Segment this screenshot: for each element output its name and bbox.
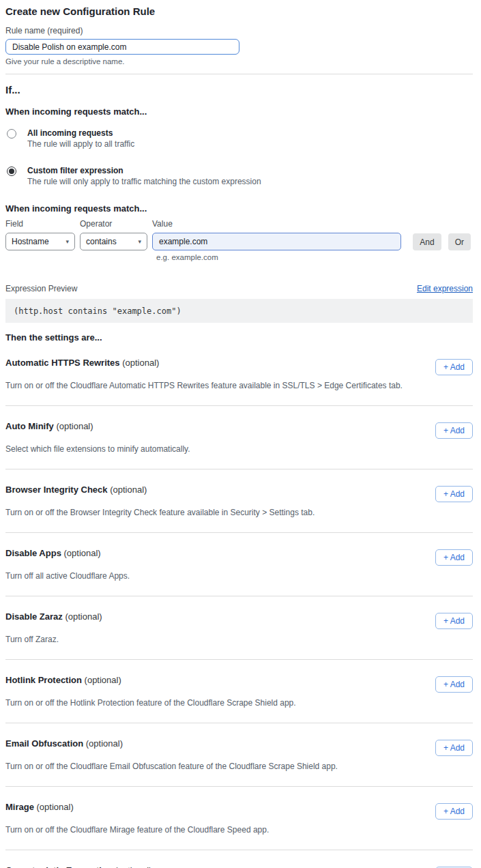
radio-option-description: The rule will apply to all traffic [27, 139, 134, 149]
optional-label: (optional) [85, 675, 121, 685]
setting-title: Auto Minify [5, 421, 54, 431]
setting-description: Turn on or off the Cloudflare Mirage fea… [5, 825, 473, 835]
operator-select-value: contains [86, 237, 117, 246]
setting-title: Automatic HTTPS Rewrites [5, 358, 120, 368]
radio-option-label: Custom filter expression [27, 166, 261, 175]
setting-disable-apps: Disable Apps (optional) + Add Turn off a… [5, 533, 473, 596]
rule-name-helper: Give your rule a descriptive name. [5, 57, 473, 66]
optional-label: (optional) [115, 865, 151, 868]
setting-disable-zaraz: Disable Zaraz (optional) + Add Turn off … [5, 596, 473, 660]
setting-title: Disable Zaraz [5, 611, 63, 622]
optional-label: (optional) [110, 484, 147, 495]
setting-title: Hotlink Protection [5, 675, 82, 685]
add-button[interactable]: + Add [435, 676, 473, 693]
expression-builder: When incoming requests match... Field Ho… [5, 203, 473, 261]
setting-auto-minify: Auto Minify (optional) + Add Select whic… [5, 406, 473, 469]
if-heading: If... [5, 84, 473, 96]
setting-description: Turn off Zaraz. [5, 635, 473, 644]
and-button[interactable]: And [413, 233, 441, 250]
radio-option-description: The rule will only apply to traffic matc… [27, 177, 261, 186]
setting-description: Turn on or off the Cloudflare Automatic … [5, 381, 473, 390]
operator-label: Operator [80, 219, 147, 229]
radio-option-label: All incoming requests [27, 128, 134, 138]
expression-preview-code: (http.host contains "example.com") [5, 299, 473, 323]
add-button[interactable]: + Add [435, 740, 473, 756]
create-configuration-rule-page: Create new Configuration Rule Rule name … [0, 0, 481, 868]
setting-opportunistic-encryption: Opportunistic Encryption (optional) + Ad… [5, 850, 473, 868]
divider [5, 74, 473, 74]
value-label: Value [152, 219, 401, 229]
optional-label: (optional) [56, 421, 93, 431]
setting-description: Select which file extensions to minify a… [5, 444, 473, 454]
radio-option-custom-filter[interactable]: Custom filter expression The rule will o… [5, 166, 473, 186]
setting-description: Turn on or off the Browser Integrity Che… [5, 508, 473, 517]
builder-heading: When incoming requests match... [5, 203, 473, 214]
radio-option-all-incoming[interactable]: All incoming requests The rule will appl… [5, 128, 473, 149]
setting-title: Mirage [5, 802, 34, 812]
optional-label: (optional) [37, 802, 74, 812]
setting-title: Disable Apps [5, 548, 61, 558]
field-select-value: Hostname [12, 237, 49, 246]
chevron-down-icon: ▾ [138, 238, 141, 245]
rule-name-input[interactable] [5, 39, 239, 55]
rule-name-label: Rule name (required) [5, 26, 473, 35]
then-settings-heading: Then the settings are... [5, 332, 473, 343]
setting-browser-integrity-check: Browser Integrity Check (optional) + Add… [5, 469, 473, 533]
field-label: Field [5, 219, 75, 229]
setting-description: Turn on or off the Cloudflare Email Obfu… [5, 762, 473, 771]
setting-mirage: Mirage (optional) + Add Turn on or off t… [5, 787, 473, 850]
optional-label: (optional) [65, 611, 102, 622]
setting-description: Turn off all active Cloudflare Apps. [5, 571, 473, 581]
expression-preview-label: Expression Preview [5, 284, 77, 293]
setting-automatic-https-rewrites: Automatic HTTPS Rewrites (optional) + Ad… [5, 343, 473, 406]
chevron-down-icon: ▾ [65, 238, 69, 245]
setting-title: Email Obfuscation [5, 738, 83, 749]
optional-label: (optional) [64, 548, 101, 558]
operator-select[interactable]: contains ▾ [80, 233, 147, 250]
edit-expression-link[interactable]: Edit expression [417, 284, 473, 293]
add-button[interactable]: + Add [435, 549, 473, 566]
setting-hotlink-protection: Hotlink Protection (optional) + Add Turn… [5, 660, 473, 723]
value-helper: e.g. example.com [156, 253, 473, 261]
setting-title: Browser Integrity Check [5, 484, 108, 495]
page-title: Create new Configuration Rule [5, 5, 473, 17]
optional-label: (optional) [86, 738, 123, 749]
radio-button-selected[interactable] [7, 167, 16, 176]
match-type-radio-group: All incoming requests The rule will appl… [5, 128, 473, 186]
or-button[interactable]: Or [448, 233, 471, 250]
incoming-match-heading: When incoming requests match... [5, 106, 473, 117]
add-button[interactable]: + Add [435, 613, 473, 629]
add-button[interactable]: + Add [435, 422, 473, 439]
add-button[interactable]: + Add [435, 486, 473, 502]
field-select[interactable]: Hostname ▾ [5, 233, 75, 250]
radio-button-unselected[interactable] [7, 129, 16, 139]
setting-description: Turn on or off the Hotlink Protection fe… [5, 698, 473, 708]
value-input[interactable] [152, 233, 401, 250]
setting-email-obfuscation: Email Obfuscation (optional) + Add Turn … [5, 723, 473, 787]
add-button[interactable]: + Add [435, 803, 473, 820]
setting-title: Opportunistic Encryption [5, 865, 113, 868]
optional-label: (optional) [122, 358, 159, 368]
add-button[interactable]: + Add [435, 359, 473, 375]
